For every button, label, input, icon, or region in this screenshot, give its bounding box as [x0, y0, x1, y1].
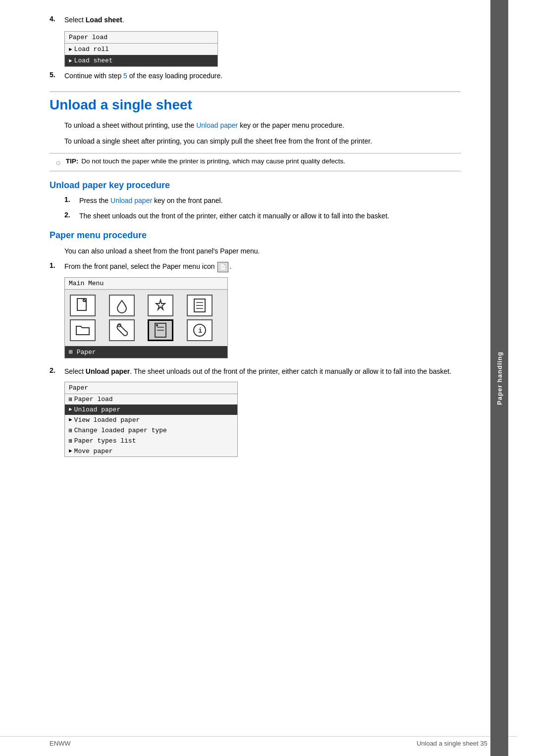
arrow-icon-selected: ► — [69, 58, 72, 64]
step-5: 5. Continue with step 5 of the easy load… — [50, 71, 461, 81]
paper-menu-title: Paper — [65, 382, 237, 394]
paper-menu-box: Paper ⊞ Paper load ► Unload paper ► View… — [64, 382, 238, 457]
paper-menu-item-change: ⊞ Change loaded paper type — [65, 425, 237, 436]
sub1-step2-text: The sheet unloads out the front of the p… — [79, 211, 389, 221]
item-unload-paper-label: Unload paper — [74, 406, 121, 413]
subsection2-intro: You can also unload a sheet from the fro… — [64, 246, 461, 256]
footer-right: Unload a single sheet 35 — [417, 740, 487, 747]
item-paper-types-label: Paper types list — [74, 437, 136, 445]
step-5-after: of the easy loading procedure. — [127, 72, 222, 80]
tip-box: ☼ TIP:Do not touch the paper while the p… — [50, 153, 461, 171]
main-menu-box: Main Menu — [64, 277, 228, 358]
sub1-step2-number: 2. — [64, 211, 79, 219]
tip-text: Do not touch the paper while the printer… — [81, 157, 345, 165]
item-paper-load-label: Paper load — [74, 396, 113, 403]
arrow-icon-move: ► — [69, 448, 72, 454]
step-4-text-after: . — [122, 16, 124, 24]
item-change-loaded-label: Change loaded paper type — [74, 427, 167, 434]
unload-paper-link1[interactable]: Unload paper — [196, 121, 238, 129]
step-5-before: Continue with step — [64, 72, 123, 80]
paper-menu-item-load: ⊞ Paper load — [65, 394, 237, 404]
sub2-step2-text: Select Unload paper. The sheet unloads o… — [64, 366, 451, 377]
sub2-step1-after: . — [229, 262, 231, 270]
step-4-text-before: Select — [64, 16, 86, 24]
sub1-step1-after: key on the front panel. — [152, 197, 222, 204]
sub1-step1-before: Press the — [79, 197, 110, 204]
page-footer: ENWW Unload a single sheet 35 — [0, 736, 517, 747]
menu-icon-ink[interactable] — [109, 295, 135, 316]
tip-label: TIP: — [66, 157, 79, 165]
arrow-icon-view: ► — [69, 417, 72, 423]
item-view-loaded-label: View loaded paper — [74, 416, 140, 424]
main-menu-selected-bar: ⊞ Paper — [65, 346, 227, 358]
menu-item-load-sheet: ► Load sheet — [65, 55, 217, 66]
menu-icon-document[interactable] — [70, 295, 96, 316]
menu-icon-paper-highlighted[interactable] — [148, 319, 173, 341]
paper-load-menu: Paper load ► Load roll ► Load sheet — [64, 31, 218, 67]
menu-icon-list[interactable] — [187, 295, 213, 316]
main-menu-title: Main Menu — [65, 278, 227, 290]
menu-icon-folder[interactable] — [70, 319, 96, 341]
menu-icon-info[interactable]: i — [187, 319, 213, 341]
arrow-icon-unload: ► — [69, 406, 72, 412]
sub2-step2-after: . The sheet unloads out of the front of … — [130, 367, 451, 375]
sub1-step2: 2. The sheet unloads out the front of th… — [64, 211, 461, 221]
side-tab: Paper handling — [490, 0, 508, 756]
footer-left: ENWW — [50, 740, 71, 747]
paper-menu-item-types: ⊞ Paper types list — [65, 436, 237, 446]
paper-menu-item-move: ► Move paper — [65, 446, 237, 456]
svg-text:i: i — [198, 327, 202, 335]
step-5-number: 5. — [50, 71, 64, 79]
item-move-paper-label: Move paper — [74, 448, 113, 455]
body1-after: key or the paper menu procedure. — [238, 121, 344, 129]
section-body1: To unload a sheet without printing, use … — [64, 120, 461, 131]
sub2-step2-bold: Unload paper — [86, 367, 130, 375]
sub2-step1-before: From the front panel, select the Paper m… — [64, 262, 216, 270]
sub1-step1-number: 1. — [64, 196, 79, 203]
step-4: 4. Select Load sheet. — [50, 15, 461, 25]
tip-content: TIP:Do not touch the paper while the pri… — [66, 157, 345, 165]
sub2-step2-before: Select — [64, 367, 86, 375]
menu-icon-star[interactable] — [148, 295, 173, 316]
section-body2: To unload a single sheet after printing,… — [64, 136, 461, 147]
unload-paper-link2[interactable]: Unload paper — [110, 197, 152, 204]
svg-marker-3 — [156, 300, 165, 309]
step-4-text: Select Load sheet. — [64, 15, 124, 25]
main-menu-selected-label: ⊞ Paper — [69, 348, 96, 356]
sub2-step1: 1. From the front panel, select the Pape… — [50, 261, 461, 272]
plus-icon-2: ⊞ — [69, 427, 72, 434]
menu-title: Paper load — [65, 32, 217, 44]
sub2-step1-text: From the front panel, select the Paper m… — [64, 261, 231, 272]
main-menu-icons-grid: i — [65, 290, 227, 346]
sub1-step1: 1. Press the Unload paper key on the fro… — [64, 196, 461, 206]
menu-item-load-sheet-label: Load sheet — [74, 57, 113, 64]
arrow-icon: ► — [69, 47, 72, 52]
paper-menu-item-unload: ► Unload paper — [65, 404, 237, 415]
subsection2-title: Paper menu procedure — [50, 230, 461, 241]
sub2-step1-number: 1. — [50, 261, 64, 269]
menu-item-load-roll-label: Load roll — [74, 46, 109, 53]
step-4-number: 4. — [50, 15, 64, 23]
section-title: Unload a single sheet — [50, 91, 461, 113]
plus-icon-1: ⊞ — [69, 396, 72, 403]
step-5-text: Continue with step 5 of the easy loading… — [64, 71, 222, 81]
sub1-step1-text: Press the Unload paper key on the front … — [79, 196, 223, 206]
paper-menu-icon-inline: 📄 — [217, 262, 228, 272]
sub2-step2-number: 2. — [50, 366, 64, 374]
step-4-bold: Load sheet — [86, 16, 122, 24]
plus-icon-3: ⊞ — [69, 438, 72, 444]
side-tab-label: Paper handling — [496, 352, 503, 405]
paper-menu-item-view: ► View loaded paper — [65, 415, 237, 425]
step-5-link[interactable]: 5 — [123, 72, 127, 80]
sub2-step2: 2. Select Unload paper. The sheet unload… — [50, 366, 461, 377]
subsection1-title: Unload paper key procedure — [50, 180, 461, 191]
tip-icon: ☼ — [54, 158, 62, 167]
menu-item-load-roll: ► Load roll — [65, 44, 217, 55]
menu-icon-wrench[interactable] — [109, 319, 135, 341]
body1-before: To unload a sheet without printing, use … — [64, 121, 196, 129]
svg-rect-12 — [156, 324, 158, 326]
